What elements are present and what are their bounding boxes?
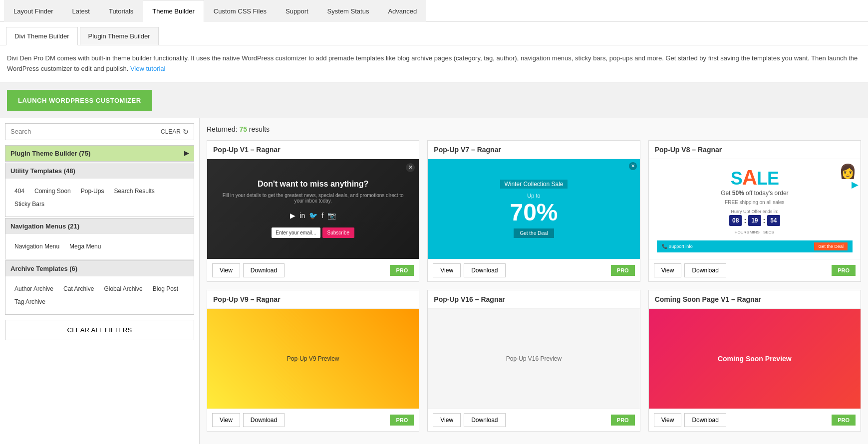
card-popup-v16: Pop-Up V16 – Ragnar Pop-Up V16 Preview V… [427,290,640,432]
timer-hours: 08 [729,215,742,226]
pro-badge-coming-soon-v1: PRO [832,415,856,426]
view-button-popup-v16[interactable]: View [433,413,461,427]
view-button-popup-v7[interactable]: View [433,263,461,277]
download-button-popup-v9[interactable]: Download [243,413,285,427]
filter-section-utility-templates: Utility Templates (48) 404 Coming Soon P… [5,163,194,217]
card-title-popup-v7: Pop-Up V7 – Ragnar [428,141,639,159]
clear-label: CLEAR [161,128,181,135]
popup-subtext: Fill in your details to get the greatest… [217,193,409,204]
tab-advanced[interactable]: Advanced [378,0,426,22]
tag-author-archive[interactable]: Author Archive [10,283,57,294]
tab-theme-builder[interactable]: Theme Builder [143,0,204,22]
download-button-popup-v16[interactable]: Download [464,413,505,427]
popup-subscribe-btn[interactable]: Subscribe [322,227,354,238]
popup-socials: ▶in🐦f📷 [290,212,336,220]
download-button-popup-v1[interactable]: Download [243,263,285,277]
tag-coming-soon[interactable]: Coming Soon [30,186,75,197]
tab-support[interactable]: Support [276,0,318,22]
card-actions-popup-v8: View Download PRO [649,259,861,281]
pro-badge-popup-v7: PRO [611,265,635,276]
card-actions-coming-soon-v1: View Download PRO [649,409,861,431]
label-mins: MINS [749,230,761,234]
tag-sticky-bars[interactable]: Sticky Bars [10,199,48,210]
timer-mins: 19 [748,215,761,226]
tag-mega-menu[interactable]: Mega Menu [65,241,105,252]
refresh-icon: ↻ [183,128,189,136]
filter-header-plugin-theme-builder[interactable]: Plugin Theme Builder (75) ▶ [5,146,194,161]
popup-email-input[interactable]: Enter your email... [272,227,320,238]
top-nav: Layout Finder Latest Tutorials Theme Bui… [0,0,868,22]
tag-cat-archive[interactable]: Cat Archive [59,283,98,294]
view-button-popup-v9[interactable]: View [212,413,240,427]
cards-grid: Pop-Up V1 – Ragnar ✕ Don't want to miss … [207,140,861,432]
tag-navigation-menu[interactable]: Navigation Menu [10,241,63,252]
view-button-popup-v1[interactable]: View [212,263,240,277]
tag-global-archive[interactable]: Global Archive [100,283,146,294]
utility-template-tags: 404 Coming Soon Pop-Ups Search Results S… [10,183,189,213]
popup-v8-freeship: FREE shipping on all sales [725,200,785,205]
clear-all-filters-button[interactable]: CLEAR ALL FILTERS [5,320,194,340]
popup-v7-btn[interactable]: Get the Deal [514,228,554,238]
filter-label-utility-templates: Utility Templates (48) [10,167,75,175]
filter-section-plugin-theme-builder: Plugin Theme Builder (75) ▶ [5,145,194,162]
view-button-popup-v8[interactable]: View [654,263,682,277]
card-title-popup-v9: Pop-Up V9 – Ragnar [207,290,419,309]
popup-v9-placeholder: Pop-Up V9 Preview [287,355,339,362]
tab-tutorials[interactable]: Tutorials [99,0,143,22]
popup-v8-sale: SALE [731,166,779,190]
card-actions-popup-v7: View Download PRO [428,259,639,281]
search-input[interactable] [5,124,156,139]
filter-header-archive-templates[interactable]: Archive Templates (6) [5,261,194,276]
popup-v16-placeholder: Pop-Up V16 Preview [506,355,562,362]
tab-custom-css[interactable]: Custom CSS Files [204,0,276,22]
download-button-coming-soon-v1[interactable]: Download [684,413,726,427]
tab-layout-finder[interactable]: Layout Finder [4,0,63,22]
main-layout: CLEAR ↻ Plugin Theme Builder (75) ▶ Util… [0,118,868,444]
view-button-coming-soon-v1[interactable]: View [654,413,682,427]
results-suffix: results [249,125,270,133]
tag-blog-post[interactable]: Blog Post [149,283,182,294]
tab-system-status[interactable]: System Status [318,0,379,22]
card-image-popup-v7: ✕ Winter Collection Sale Up to 70% Get t… [428,159,639,259]
clear-search-button[interactable]: CLEAR ↻ [156,124,194,140]
get-deal-btn[interactable]: Get the Deal [814,242,848,250]
view-tutorial-link[interactable]: View tutorial [130,65,166,72]
sub-tab-plugin-theme-builder[interactable]: Plugin Theme Builder [80,27,159,45]
results-count: 75 [239,125,247,133]
card-title-popup-v16: Pop-Up V16 – Ragnar [428,290,639,309]
download-button-popup-v7[interactable]: Download [464,263,505,277]
pro-badge-popup-v9: PRO [390,415,414,426]
card-image-coming-soon-v1: Coming Soon Preview [649,309,861,409]
tab-latest[interactable]: Latest [63,0,99,22]
filter-body-archive-templates: Author Archive Cat Archive Global Archiv… [5,276,194,314]
popup-v8-hurry: Hurry Up! Offer ends in: [731,209,778,214]
tag-search-results[interactable]: Search Results [110,186,158,197]
launch-customizer-button[interactable]: LAUNCH WORDPRESS CUSTOMIZER [7,90,152,111]
download-button-popup-v8[interactable]: Download [684,263,726,277]
tag-404[interactable]: 404 [10,186,28,197]
filter-body-utility-templates: 404 Coming Soon Pop-Ups Search Results S… [5,179,194,217]
popup-v8-timer: 08 : 19 : 54 [729,215,780,226]
popup-v7-tag: Winter Collection Sale [500,180,567,189]
timer-secs: 54 [767,215,780,226]
tag-tag-archive[interactable]: Tag Archive [10,296,49,307]
search-bar: CLEAR ↻ [5,123,194,140]
archive-template-tags: Author Archive Cat Archive Global Archiv… [10,280,189,310]
label-secs: SECS [763,230,775,234]
results-header: Returned: 75 results [207,125,861,133]
filter-header-navigation-menus[interactable]: Navigation Menus (21) [5,219,194,234]
popup-v8-off: Get 50% off today's order [721,190,789,197]
timer-labels: HOURS MINS SECS [735,230,775,234]
filter-label-plugin-theme-builder: Plugin Theme Builder (75) [10,150,90,157]
card-popup-v1: Pop-Up V1 – Ragnar ✕ Don't want to miss … [207,140,419,282]
tag-pop-ups[interactable]: Pop-Ups [77,186,108,197]
card-actions-popup-v16: View Download PRO [428,409,639,431]
filter-header-utility-templates[interactable]: Utility Templates (48) [5,163,194,179]
card-actions-popup-v1: View Download PRO [207,259,419,281]
popup-v7-percent: 70% [510,201,558,224]
card-image-popup-v1: ✕ Don't want to miss anything? Fill in y… [207,159,419,259]
sub-tab-divi-theme-builder[interactable]: Divi Theme Builder [6,27,78,45]
pro-badge-popup-v1: PRO [390,265,414,276]
popup-headline: Don't want to miss anything? [258,180,368,189]
support-text: 📞 Support info [662,244,693,249]
